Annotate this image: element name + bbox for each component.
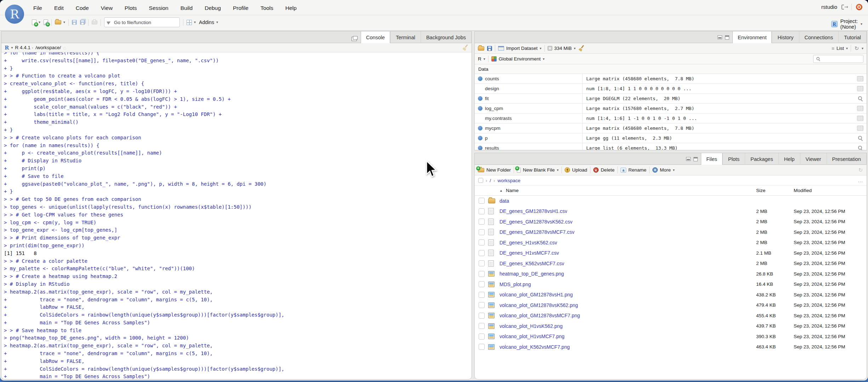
more-button[interactable]: More ▾: [652, 167, 675, 173]
file-row[interactable]: DE_genes_H1vsK562.csv 2 MB Sep 23, 2024,…: [475, 237, 867, 248]
file-checkbox[interactable]: [479, 250, 485, 256]
file-row[interactable]: volcano_plot_GM12878vsH1.png 438.2 KB Se…: [475, 290, 867, 300]
new-blank-file-button[interactable]: + New Blank File ▾: [517, 167, 559, 173]
expand-arrow-icon[interactable]: [478, 76, 482, 81]
file-checkbox[interactable]: [479, 344, 485, 350]
rename-button[interactable]: a Rename: [621, 167, 646, 173]
list-view-button[interactable]: ≡ List ▾: [832, 46, 848, 51]
expand-arrow-icon[interactable]: [478, 106, 482, 111]
maximize-pane-icon[interactable]: [725, 35, 729, 40]
new-project-button[interactable]: +: [44, 19, 48, 25]
new-file-button[interactable]: + ▾: [32, 19, 40, 25]
menu-item[interactable]: Build: [181, 5, 193, 11]
file-checkbox[interactable]: [479, 239, 485, 245]
file-name-link[interactable]: DE_genes_GM12878vsMCF7.csv: [499, 229, 575, 235]
file-name-link[interactable]: DE_genes_GM12878vsH1.csv: [499, 208, 567, 214]
file-row[interactable]: DE_genes_H1vsMCF7.csv 2.1 MB Sep 23, 202…: [475, 248, 867, 259]
environment-object-row[interactable]: log_cpm Large matrix (157680 elements, 2…: [475, 104, 867, 114]
file-checkbox[interactable]: [479, 281, 485, 287]
files-tab[interactable]: Presentation: [827, 153, 867, 165]
object-action-icon[interactable]: [857, 116, 863, 121]
menu-item[interactable]: Session: [149, 5, 169, 11]
file-row[interactable]: DE_genes_GM12878vsMCF7.csv 2 MB Sep 23, …: [475, 227, 867, 238]
files-tab[interactable]: Packages: [745, 153, 779, 165]
file-name-link[interactable]: volcano_plot_GM12878vsH1.png: [499, 292, 573, 297]
file-name-link[interactable]: data: [499, 198, 509, 204]
delete-button[interactable]: × Delete: [593, 167, 615, 173]
project-menu[interactable]: R Project: (None) ▾: [831, 18, 862, 30]
environment-selector[interactable]: Global Environment ▾: [491, 56, 545, 62]
menu-item[interactable]: Edit: [54, 5, 64, 11]
file-name-link[interactable]: DE_genes_H1vsK562.csv: [499, 240, 557, 245]
object-action-icon[interactable]: [858, 135, 863, 141]
language-selector[interactable]: R ▾: [478, 56, 485, 62]
print-icon[interactable]: [92, 21, 97, 24]
open-file-button[interactable]: ▾: [55, 20, 65, 24]
file-checkbox[interactable]: [479, 198, 485, 204]
breadcrumb-more-button[interactable]: ...: [858, 178, 863, 183]
refresh-environment-button[interactable]: ↻ ▾: [854, 46, 863, 51]
new-folder-button[interactable]: + New Folder: [478, 167, 511, 173]
file-checkbox[interactable]: [479, 313, 485, 319]
object-action-icon[interactable]: [858, 145, 863, 150]
menu-item[interactable]: File: [33, 5, 42, 11]
menu-item[interactable]: Code: [76, 5, 89, 11]
save-workspace-icon[interactable]: [487, 46, 492, 51]
file-checkbox[interactable]: [479, 292, 485, 298]
environment-object-row[interactable]: my.contrasts num [1:4, 1:6] 1 -1 0 0 1 0…: [475, 114, 867, 123]
environment-object-row[interactable]: fit Large DGEGLM (22 elements, 20 MB): [475, 94, 867, 104]
object-action-icon[interactable]: [857, 126, 863, 131]
sign-out-icon[interactable]: [841, 5, 847, 10]
file-name-link[interactable]: volcano_plot_H1vsK562.png: [499, 323, 563, 329]
file-row[interactable]: volcano_plot_GM12878vsK562.png 479.4 KB …: [475, 300, 867, 311]
object-action-icon[interactable]: [857, 86, 863, 91]
file-row[interactable]: volcano_plot_H1vsMCF7.png 390.3 KB Sep 2…: [475, 331, 867, 342]
column-header-modified[interactable]: Modified: [794, 188, 867, 193]
files-tab[interactable]: Files: [701, 153, 723, 165]
file-row[interactable]: volcano_plot_H1vsK562.png 439.7 KB Sep 2…: [475, 321, 867, 331]
file-row[interactable]: DE_genes_GM12878vsH1.csv 2 MB Sep 23, 20…: [475, 206, 867, 217]
minimize-pane-icon[interactable]: [686, 157, 691, 161]
environment-tab[interactable]: Environment: [732, 31, 772, 43]
environment-tab[interactable]: Tutorial: [839, 31, 867, 43]
menu-item[interactable]: View: [101, 5, 113, 11]
column-header-size[interactable]: Size: [756, 188, 794, 193]
file-name-link[interactable]: volcano_plot_K562vsMCF7.png: [499, 344, 570, 350]
file-name-link[interactable]: MDS_plot.png: [499, 282, 531, 287]
console-tab[interactable]: Background Jobs ×: [421, 31, 472, 43]
environment-tab[interactable]: Connections: [799, 31, 839, 43]
file-row[interactable]: data: [475, 196, 867, 206]
memory-usage-button[interactable]: 334 MiB ▾: [548, 46, 576, 51]
object-action-icon[interactable]: [857, 106, 863, 111]
file-checkbox[interactable]: [479, 323, 485, 329]
file-name-link[interactable]: DE_genes_H1vsMCF7.csv: [499, 250, 559, 256]
file-row[interactable]: DE_genes_K562vsMCF7.csv 2 MB Sep 23, 202…: [475, 258, 867, 269]
environment-object-row[interactable]: mycpm Large matrix (458680 elements, 7.8…: [475, 123, 867, 133]
panes-layout-button[interactable]: ▾: [187, 20, 196, 25]
minimize-pane-icon[interactable]: [718, 35, 722, 39]
menu-item[interactable]: Tools: [261, 5, 273, 11]
environment-object-row[interactable]: results Large list (6 elements, 13.3 MB): [475, 143, 867, 150]
file-checkbox[interactable]: [479, 260, 485, 266]
expand-arrow-icon[interactable]: [478, 136, 482, 140]
files-tab[interactable]: Plots: [723, 153, 745, 165]
environment-object-row[interactable]: counts Large matrix (458680 elements, 7.…: [475, 74, 867, 84]
file-name-link[interactable]: DE_genes_K562vsMCF7.csv: [499, 261, 564, 266]
file-row[interactable]: heatmap_top_DE_genes.png 26.8 KB Sep 23,…: [475, 269, 867, 279]
file-name-link[interactable]: heatmap_top_DE_genes.png: [499, 271, 564, 277]
file-name-link[interactable]: volcano_plot_GM12878vsK562.png: [499, 302, 578, 308]
clear-environment-icon[interactable]: [578, 45, 584, 51]
object-action-icon[interactable]: [857, 76, 863, 81]
save-all-icon[interactable]: [80, 20, 85, 25]
expand-arrow-icon[interactable]: [478, 146, 482, 150]
file-checkbox[interactable]: [479, 334, 485, 340]
breadcrumb-folder[interactable]: workspace: [497, 178, 520, 183]
menu-item[interactable]: Plots: [125, 5, 137, 11]
load-workspace-icon[interactable]: [478, 46, 484, 51]
column-header-name[interactable]: ▲ Name: [499, 188, 756, 193]
menu-item[interactable]: Help: [285, 5, 297, 11]
file-checkbox[interactable]: [479, 302, 485, 308]
power-quit-icon[interactable]: [856, 4, 862, 10]
refresh-files-icon[interactable]: ↻: [858, 167, 863, 173]
object-action-icon[interactable]: [858, 96, 863, 101]
